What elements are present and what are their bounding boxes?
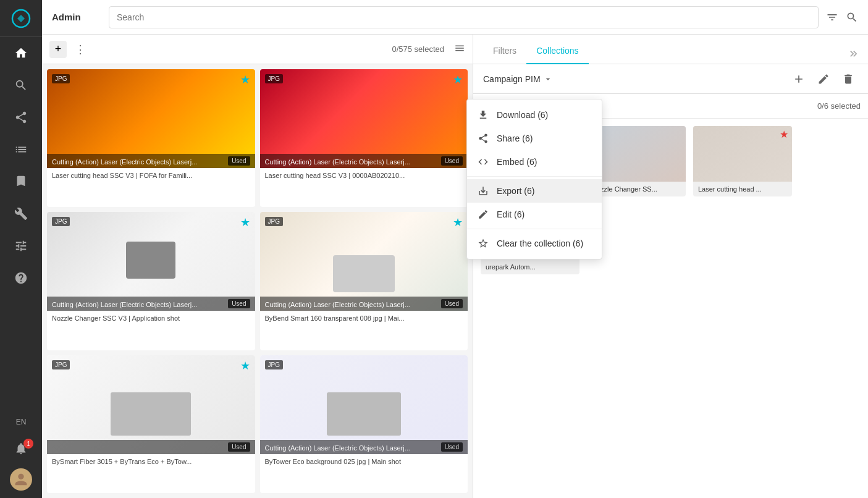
export-icon (477, 185, 489, 196)
asset-label: Cutting (Action) Laser (Electric Objects… (265, 444, 436, 452)
sidebar-item-home[interactable] (0, 37, 42, 69)
asset-panel: + ⋮ 0/575 selected JPG ★ Cutting (Action… (42, 35, 473, 498)
selection-count: 0/575 selected (392, 44, 444, 54)
asset-label: Cutting (Action) Laser (Electric Objects… (265, 301, 436, 308)
sidebar-bottom: EN 1 (0, 410, 42, 498)
asset-badge: JPG (265, 74, 283, 83)
dropdown-divider (467, 176, 602, 177)
asset-title: ByBend Smart 160 transparent 008 jpg | M… (260, 311, 468, 326)
add-to-collection-button[interactable] (789, 69, 809, 89)
sidebar-item-share[interactable] (0, 101, 42, 133)
dropdown-divider (467, 229, 602, 229)
topbar: Admin (42, 0, 868, 35)
content-split: + ⋮ 0/575 selected JPG ★ Cutting (Action… (42, 35, 868, 498)
collection-name: Campaign PIM (483, 74, 553, 84)
asset-badge: JPG (265, 360, 283, 369)
dropdown-item-share[interactable]: Share (6) (467, 127, 602, 150)
asset-star-icon: ★ (240, 359, 250, 373)
used-badge: Used (441, 156, 463, 166)
asset-card[interactable]: JPG ★ Cutting (Action) Laser (Electric O… (47, 69, 255, 207)
asset-label: Cutting (Action) Laser (Electric Objects… (265, 158, 436, 166)
expand-icon[interactable] (846, 48, 858, 64)
embed-icon (477, 156, 489, 167)
dropdown-item-embed[interactable]: Embed (6) (467, 150, 602, 174)
search-box[interactable] (109, 6, 819, 28)
collections-toolbar: Campaign PIM (473, 64, 868, 94)
asset-card[interactable]: JPG ★ Cutting (Action) Laser (Electric O… (260, 212, 468, 350)
topbar-title: Admin (52, 12, 101, 22)
dropdown-item-edit[interactable]: Edit (6) (467, 203, 602, 226)
collections-selection-count: 0/6 selected (817, 101, 861, 111)
language-label[interactable]: EN (16, 410, 27, 434)
asset-star-icon: ★ (453, 216, 463, 229)
view-options-button[interactable] (454, 43, 465, 56)
asset-star-icon: ★ (240, 216, 250, 229)
edit-icon (477, 209, 489, 220)
main-content: Admin + ⋮ 0/575 selected (42, 0, 868, 498)
asset-toolbar: + ⋮ 0/575 selected (42, 35, 473, 64)
asset-label: Cutting (Action) Laser (Electric Objects… (52, 301, 223, 308)
asset-title: Laser cutting head SSC V3 | FOFA for Fam… (47, 168, 255, 183)
edit-collection-button[interactable] (814, 69, 833, 89)
asset-title: ByTower Eco background 025 jpg | Main sh… (260, 454, 468, 469)
search-icon[interactable] (846, 11, 858, 23)
asset-star-icon: ★ (453, 73, 463, 87)
more-options-button[interactable]: ⋮ (72, 41, 89, 58)
asset-card[interactable]: JPG ★ Cutting (Action) Laser (Electric O… (47, 212, 255, 350)
tab-collections[interactable]: Collections (526, 38, 588, 64)
sidebar-item-search[interactable] (0, 69, 42, 101)
sidebar: EN 1 (0, 0, 42, 498)
asset-badge: JPG (52, 217, 70, 226)
dropdown-menu: Download (6) Share (6) Embed (6) Export … (466, 99, 602, 260)
dropdown-item-download[interactable]: Download (6) (467, 103, 602, 127)
asset-badge: JPG (52, 74, 70, 83)
asset-card[interactable]: JPG Cutting (Action) Laser (Electric Obj… (260, 355, 468, 493)
used-badge: Used (228, 299, 250, 308)
asset-title: BySmart Fiber 3015 + ByTrans Eco + ByTow… (47, 454, 255, 469)
collection-thumb-label: urepark Autom... (481, 260, 579, 274)
asset-grid: JPG ★ Cutting (Action) Laser (Electric O… (42, 64, 473, 498)
asset-title: Laser cutting head SSC V3 | 0000AB020210… (260, 168, 468, 183)
collection-star-icon: ★ (780, 129, 788, 140)
asset-badge: JPG (265, 217, 283, 226)
sidebar-item-wrench[interactable] (0, 198, 42, 230)
add-asset-button[interactable]: + (49, 41, 67, 58)
tab-filters[interactable]: Filters (483, 38, 526, 64)
used-badge: Used (441, 299, 463, 308)
sidebar-item-bookmark[interactable] (0, 166, 42, 198)
collection-thumb[interactable]: ★ Laser cutting head ... (693, 126, 792, 196)
search-input[interactable] (117, 12, 811, 22)
asset-label: Cutting (Action) Laser (Electric Objects… (52, 158, 223, 166)
notification-badge: 1 (23, 439, 33, 449)
asset-title: Nozzle Changer SSC V3 | Application shot (47, 311, 255, 326)
asset-card[interactable]: JPG ★ Used BySmart Fiber 3015 + ByTrans … (47, 355, 255, 493)
notifications-button[interactable]: 1 (0, 434, 42, 463)
topbar-icons (826, 11, 858, 23)
sidebar-item-list[interactable] (0, 133, 42, 166)
asset-card[interactable]: JPG ★ Cutting (Action) Laser (Electric O… (260, 69, 468, 207)
used-badge: Used (228, 156, 250, 166)
sidebar-item-sliders[interactable] (0, 230, 42, 262)
filter-icon[interactable] (826, 11, 838, 23)
right-tabs: Filters Collections (473, 35, 868, 64)
sidebar-logo[interactable] (0, 0, 42, 37)
dropdown-item-export[interactable]: Export (6) (467, 179, 602, 203)
asset-star-icon: ★ (240, 73, 250, 87)
share-icon (477, 133, 489, 144)
collection-thumb-label: Laser cutting head ... (693, 182, 792, 196)
sidebar-item-help[interactable] (0, 262, 42, 294)
delete-collection-button[interactable] (838, 69, 858, 89)
dropdown-item-clear[interactable]: Clear the collection (6) (467, 232, 602, 255)
download-icon (477, 109, 489, 120)
asset-badge: JPG (52, 360, 70, 369)
used-badge: Used (228, 442, 250, 452)
collection-actions (789, 69, 858, 89)
avatar[interactable] (10, 468, 32, 491)
clear-icon (477, 238, 489, 249)
used-badge: Used (441, 442, 463, 452)
